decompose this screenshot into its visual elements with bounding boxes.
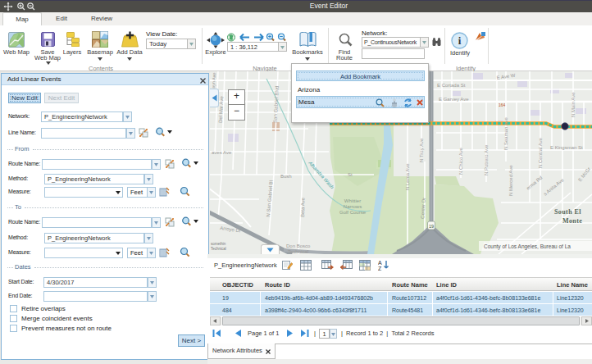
svg-text:aves Ave: aves Ave — [212, 150, 232, 155]
svg-text:Z: Z — [378, 266, 382, 271]
svg-text:Narrows: Narrows — [344, 204, 362, 209]
svg-text:N Potrero Ave: N Potrero Ave — [484, 144, 489, 175]
svg-text:N Chico Ave: N Chico Ave — [458, 147, 463, 175]
svg-text:Technical: Technical — [211, 247, 226, 251]
svg-text:wyn Ave: wyn Ave — [211, 72, 216, 90]
svg-text:N Main Ave: N Main Ave — [571, 92, 576, 117]
svg-text:164: 164 — [499, 102, 506, 107]
svg-text:19: 19 — [429, 224, 434, 229]
svg-text:Golf Course: Golf Course — [339, 210, 367, 215]
svg-text:N Merced Ave: N Merced Ave — [508, 165, 513, 196]
svg-text:E Kingsman St: E Kingsman St — [550, 145, 583, 150]
svg-text:N Troy Ave: N Troy Ave — [419, 138, 424, 162]
svg-text:Monte: Monte — [562, 217, 582, 225]
svg-text:N Seaman Ave: N Seaman Ave — [503, 116, 508, 150]
svg-text:St: St — [348, 172, 353, 177]
svg-text:N Lema Ave: N Lema Ave — [405, 163, 410, 190]
svg-text:N Central Ave: N Central Ave — [538, 137, 543, 168]
svg-text:South El: South El — [554, 208, 581, 216]
svg-text:Whittier: Whittier — [344, 198, 361, 203]
svg-text:somethin: somethin — [211, 242, 226, 246]
svg-text:A: A — [378, 260, 382, 266]
svg-text:Beta Ave: Beta Ave — [300, 197, 306, 217]
svg-text:County of Los Angeles, Bureau: County of Los Angeles, Bureau of La — [484, 243, 571, 250]
svg-text:E Garvey Ave: E Garvey Ave — [439, 97, 469, 102]
svg-text:E Cortada St: E Cortada St — [437, 83, 466, 88]
svg-text:i: i — [458, 34, 462, 47]
svg-text:Bush: Bush — [280, 174, 292, 179]
svg-text:Don Bosco: Don Bosco — [286, 243, 311, 248]
